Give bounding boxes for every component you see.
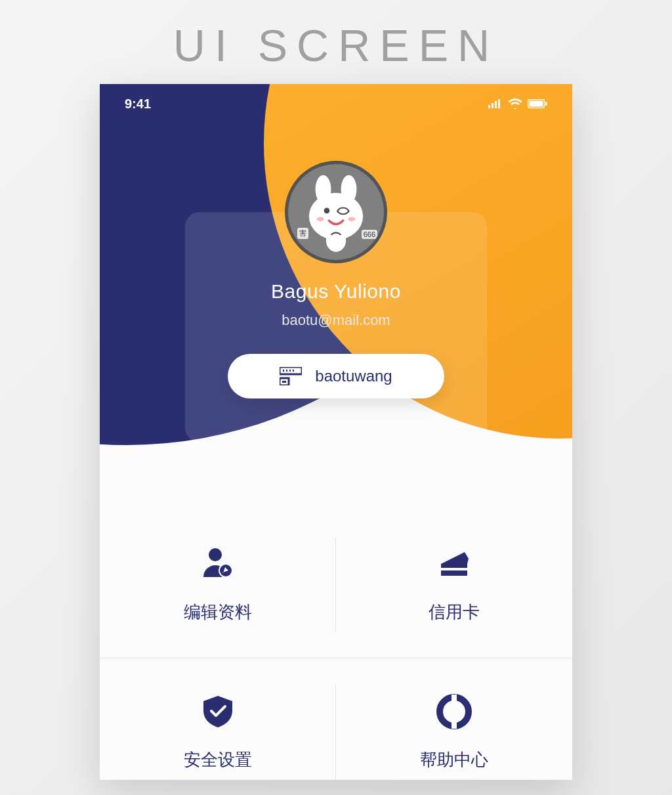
menu-grid: 编辑资料 信用卡 安全设置 帮助中心 bbox=[100, 511, 572, 780]
svg-rect-19 bbox=[293, 370, 294, 372]
profile-card: 害 666 Bagus Yuliono baotu@mail.com baotu… bbox=[185, 212, 487, 442]
svg-rect-0 bbox=[488, 105, 490, 108]
help-icon bbox=[436, 693, 472, 730]
barcode-icon bbox=[280, 367, 302, 385]
svg-point-12 bbox=[348, 217, 355, 222]
user-edit-icon bbox=[200, 546, 236, 582]
status-bar: 9:41 bbox=[100, 84, 572, 123]
svg-rect-27 bbox=[452, 721, 457, 729]
page-title: UI SCREEN bbox=[0, 0, 672, 84]
svg-rect-2 bbox=[495, 101, 497, 108]
profile-id-button[interactable]: baotuwang bbox=[228, 354, 444, 398]
avatar[interactable]: 害 666 bbox=[285, 161, 387, 263]
shield-icon bbox=[200, 693, 236, 730]
menu-item-edit-profile[interactable]: 编辑资料 bbox=[100, 511, 336, 658]
phone-frame: 9:41 bbox=[100, 84, 572, 780]
avatar-tag-left: 害 bbox=[297, 228, 308, 239]
menu-item-label: 编辑资料 bbox=[184, 601, 252, 624]
svg-rect-18 bbox=[289, 370, 291, 372]
svg-rect-20 bbox=[282, 381, 286, 383]
menu-item-help[interactable]: 帮助中心 bbox=[336, 658, 572, 780]
menu-item-label: 信用卡 bbox=[429, 601, 480, 624]
status-indicators bbox=[488, 98, 547, 109]
cellular-icon bbox=[488, 99, 503, 108]
menu-item-label: 帮助中心 bbox=[420, 748, 488, 771]
svg-point-21 bbox=[209, 548, 222, 561]
svg-point-8 bbox=[316, 175, 331, 204]
svg-rect-5 bbox=[530, 101, 543, 107]
wifi-icon bbox=[508, 98, 522, 109]
svg-rect-17 bbox=[286, 370, 287, 372]
svg-rect-24 bbox=[441, 568, 467, 570]
menu-item-credit-card[interactable]: 信用卡 bbox=[336, 511, 572, 658]
profile-email: baotu@mail.com bbox=[282, 312, 390, 329]
card-icon bbox=[436, 546, 472, 582]
profile-id-label: baotuwang bbox=[315, 367, 392, 385]
svg-rect-26 bbox=[452, 695, 457, 702]
svg-point-11 bbox=[317, 217, 324, 222]
svg-rect-6 bbox=[545, 102, 547, 106]
avatar-character-icon bbox=[293, 169, 379, 255]
status-time: 9:41 bbox=[125, 97, 151, 112]
svg-rect-16 bbox=[283, 370, 284, 372]
battery-icon bbox=[528, 99, 547, 108]
svg-rect-3 bbox=[498, 99, 500, 108]
menu-item-label: 安全设置 bbox=[184, 748, 252, 771]
svg-rect-1 bbox=[492, 103, 494, 108]
svg-point-10 bbox=[324, 208, 330, 214]
profile-name: Bagus Yuliono bbox=[271, 280, 401, 303]
svg-point-9 bbox=[341, 175, 357, 204]
menu-item-security[interactable]: 安全设置 bbox=[100, 658, 336, 780]
avatar-tag-right: 666 bbox=[362, 230, 377, 239]
